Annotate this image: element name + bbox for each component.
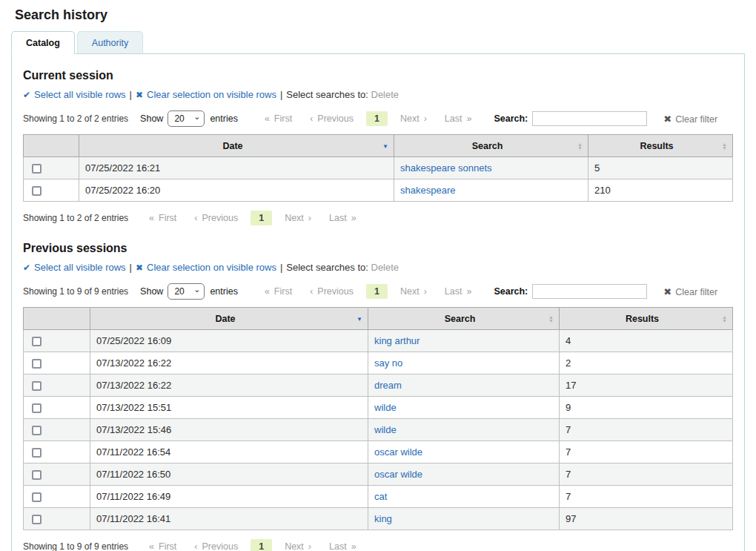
search-label: Search: [494, 113, 528, 124]
pagination-next-button[interactable]: Next› [276, 539, 320, 551]
sort-icon: ▲▼ [577, 142, 583, 150]
row-checkbox[interactable] [32, 492, 42, 502]
entries-label: entries [210, 286, 238, 297]
results-column-header[interactable]: Results▲▼ [560, 308, 733, 330]
search-link[interactable]: shakespeare sonnets [400, 162, 492, 174]
select-all-visible-rows-link[interactable]: ✔Select all visible rows [23, 89, 126, 100]
table-search-input[interactable] [532, 111, 647, 126]
row-checkbox[interactable] [32, 470, 42, 480]
table-row: 07/25/2022 16:09 king arthur 4 [24, 330, 733, 352]
page-size-select[interactable]: 20 [168, 110, 205, 127]
pagination-current-page[interactable]: 1 [251, 539, 272, 551]
pagination-current-page[interactable]: 1 [366, 284, 388, 299]
tab-authority[interactable]: Authority [77, 31, 143, 54]
check-icon: ✔ [23, 263, 30, 273]
clear-icon: ✖ [663, 113, 672, 125]
pagination-first-button[interactable]: «First [140, 211, 185, 225]
search-link[interactable]: wilde [374, 402, 397, 413]
pagination-first-button[interactable]: «First [140, 539, 185, 551]
search-column-header[interactable]: Search▲▼ [368, 308, 560, 330]
chevron-right-icon: › [424, 286, 427, 297]
pagination-previous-button[interactable]: ‹Previous [185, 211, 247, 225]
pagination-last-button[interactable]: Last» [436, 284, 481, 299]
search-link[interactable]: king [374, 513, 392, 524]
pagination-next-button[interactable]: Next› [391, 111, 436, 126]
search-link[interactable]: cat [374, 491, 387, 502]
chevron-right-icon: › [308, 541, 311, 551]
tab-catalog[interactable]: Catalog [11, 31, 75, 54]
row-checkbox[interactable] [32, 186, 42, 196]
results-cell: 7 [560, 463, 733, 486]
clear-icon: ✖ [663, 286, 672, 297]
results-cell: 9 [560, 397, 733, 419]
row-checkbox[interactable] [32, 337, 42, 346]
date-cell: 07/13/2022 16:22 [90, 375, 368, 397]
search-link[interactable]: say no [374, 357, 402, 369]
pagination-first-button[interactable]: «First [256, 111, 301, 126]
clear-selection-link[interactable]: ✖Clear selection on visible rows [136, 89, 276, 100]
chevron-right-icon: › [308, 213, 311, 223]
sort-icon: ▲▼ [722, 314, 727, 323]
previous-sessions-actions: ✔Select all visible rows|✖Clear selectio… [23, 262, 733, 273]
pagination-next-button[interactable]: Next› [391, 284, 436, 299]
date-cell: 07/11/2022 16:49 [90, 486, 368, 508]
results-cell: 97 [560, 508, 733, 530]
row-checkbox[interactable] [32, 403, 42, 413]
date-cell: 07/11/2022 16:41 [90, 508, 368, 530]
search-link[interactable]: oscar wilde [374, 469, 422, 480]
results-cell: 7 [560, 486, 733, 508]
clear-filter-button[interactable]: ✖Clear filter [663, 113, 717, 125]
results-column-header[interactable]: Results▲▼ [588, 135, 733, 157]
pagination-current-page[interactable]: 1 [251, 211, 272, 225]
search-link[interactable]: king arthur [374, 335, 420, 346]
pagination-previous-button[interactable]: ‹Previous [301, 284, 362, 299]
results-cell: 7 [560, 419, 733, 441]
delete-action-disabled[interactable]: Delete [371, 262, 399, 273]
row-checkbox[interactable] [32, 359, 42, 369]
table-row: 07/13/2022 16:22 dream 17 [24, 375, 733, 397]
search-label: Search: [494, 286, 528, 297]
date-cell: 07/11/2022 16:54 [90, 441, 368, 463]
date-cell: 07/25/2022 16:20 [79, 179, 394, 202]
clear-filter-button[interactable]: ✖Clear filter [663, 286, 717, 297]
date-cell: 07/25/2022 16:09 [90, 330, 368, 352]
search-link[interactable]: dream [374, 380, 402, 391]
table-row: 07/13/2022 16:22 say no 2 [24, 352, 733, 375]
search-history-page: Search history Catalog Authority Current… [0, 0, 756, 551]
date-column-header[interactable]: Date▼ [79, 135, 394, 157]
results-cell: 2 [560, 352, 733, 375]
pagination-previous-button[interactable]: ‹Previous [185, 539, 247, 551]
search-link[interactable]: shakespeare [400, 185, 455, 196]
select-searches-to-label: Select searches to: [286, 262, 368, 273]
search-link[interactable]: oscar wilde [374, 446, 422, 458]
pagination-last-button[interactable]: Last» [320, 211, 365, 225]
page-size-select[interactable]: 20 [168, 283, 205, 300]
chevron-left-icon: ‹ [194, 541, 197, 551]
pagination-last-button[interactable]: Last» [436, 111, 481, 126]
delete-action-disabled[interactable]: Delete [371, 89, 399, 100]
chevron-left-icon: ‹ [194, 213, 197, 223]
clear-selection-link[interactable]: ✖Clear selection on visible rows [136, 262, 276, 273]
current-session-table-footer: Showing 1 to 2 of 2 entries «First ‹Prev… [23, 211, 733, 225]
show-label: Show [140, 113, 163, 124]
pagination-first-button[interactable]: «First [256, 284, 301, 299]
row-checkbox[interactable] [32, 448, 42, 458]
page-size-control: Show 20 ⌄ entries [140, 283, 238, 300]
pagination-last-button[interactable]: Last» [320, 539, 365, 551]
search-link[interactable]: wilde [374, 424, 397, 435]
pagination-next-button[interactable]: Next› [276, 211, 320, 225]
search-column-header[interactable]: Search▲▼ [394, 135, 588, 157]
row-checkbox[interactable] [32, 515, 42, 524]
select-all-visible-rows-link[interactable]: ✔Select all visible rows [23, 262, 126, 273]
date-column-header[interactable]: Date▼ [90, 308, 368, 330]
row-checkbox[interactable] [32, 381, 42, 391]
table-row: 07/13/2022 15:51 wilde 9 [24, 397, 733, 419]
pagination-previous-button[interactable]: ‹Previous [301, 111, 362, 126]
pagination-current-page[interactable]: 1 [366, 111, 388, 126]
entries-info: Showing 1 to 2 of 2 entries [23, 213, 128, 223]
table-search-input[interactable] [532, 284, 647, 299]
row-checkbox[interactable] [32, 164, 42, 174]
double-chevron-left-icon: « [265, 113, 270, 124]
row-checkbox[interactable] [32, 426, 42, 435]
double-chevron-left-icon: « [149, 541, 154, 551]
